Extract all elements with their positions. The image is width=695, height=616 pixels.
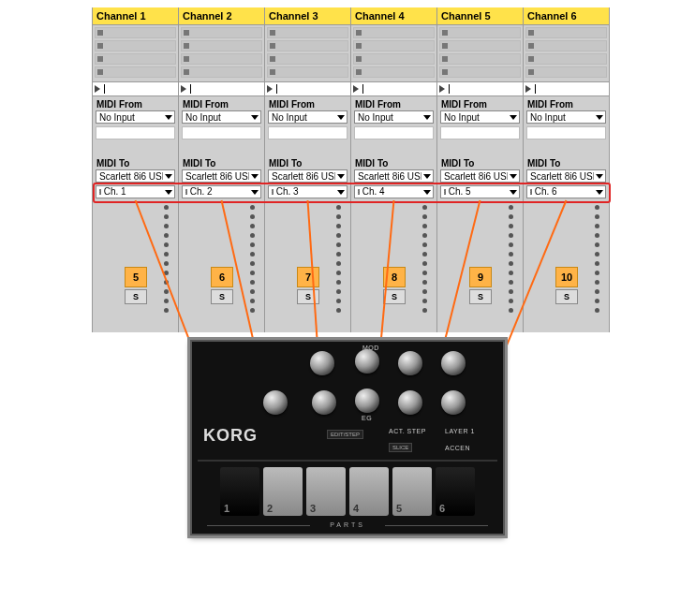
clip-slot[interactable]: [181, 27, 262, 38]
solo-button[interactable]: S: [383, 289, 406, 304]
clip-slot[interactable]: [439, 27, 521, 38]
midi-to-channel-dropdown[interactable]: ፧ Ch. 4: [354, 185, 434, 198]
channel-title[interactable]: Channel 1: [93, 7, 178, 25]
midi-from-sub-dropdown[interactable]: [268, 126, 348, 139]
korg-slice-button[interactable]: SLICE: [389, 443, 412, 452]
midi-from-dropdown[interactable]: No Input: [268, 110, 348, 124]
track-number-button[interactable]: 6: [211, 267, 233, 287]
clip-slot[interactable]: [267, 27, 348, 38]
midi-from-dropdown[interactable]: No Input: [354, 110, 434, 124]
knob[interactable]: [398, 390, 422, 415]
clip-slot[interactable]: [439, 53, 521, 65]
channel-title[interactable]: Channel 4: [351, 7, 436, 25]
clip-slot[interactable]: [353, 27, 435, 38]
stop-icon: [97, 30, 103, 36]
meter-dot: [164, 233, 169, 238]
clip-slot[interactable]: [267, 53, 348, 65]
channel-title[interactable]: Channel 5: [437, 7, 523, 25]
track-status-row[interactable]: [93, 81, 178, 96]
midi-to-channel-dropdown[interactable]: ፧ Ch. 1: [96, 185, 175, 198]
clip-slot[interactable]: [439, 66, 521, 78]
track-number-button[interactable]: 8: [383, 267, 406, 287]
knob[interactable]: [441, 351, 466, 375]
meter-dot: [250, 308, 255, 313]
midi-from-dropdown[interactable]: No Input: [440, 110, 520, 124]
clip-slot[interactable]: [525, 40, 607, 51]
knob[interactable]: [398, 351, 422, 375]
clip-slot[interactable]: [353, 53, 435, 65]
korg-pad[interactable]: 6: [436, 467, 475, 516]
stop-icon: [356, 69, 362, 75]
midi-from-dropdown[interactable]: No Input: [526, 110, 606, 124]
midi-from-dropdown[interactable]: No Input: [182, 110, 261, 124]
clip-slot[interactable]: [181, 40, 262, 51]
clip-slot[interactable]: [267, 66, 348, 78]
korg-pad[interactable]: 1: [220, 467, 259, 516]
knob[interactable]: [312, 390, 336, 415]
midi-from-sub-dropdown[interactable]: [182, 126, 261, 139]
track-status-row[interactable]: [351, 81, 436, 96]
midi-from-sub-dropdown[interactable]: [354, 126, 434, 139]
track-number-button[interactable]: 10: [555, 267, 578, 287]
track-number-button[interactable]: 7: [297, 267, 319, 287]
meter-dot: [422, 299, 427, 303]
clip-slot[interactable]: [181, 53, 262, 65]
knob[interactable]: [310, 351, 334, 375]
midi-to-channel-dropdown[interactable]: ፧ Ch. 3: [268, 185, 348, 198]
clip-slot[interactable]: [353, 40, 435, 51]
clip-slot[interactable]: [525, 66, 607, 78]
midi-to-device-dropdown[interactable]: Scarlett 8i6 USB: [526, 169, 606, 183]
track-status-row[interactable]: [179, 81, 264, 96]
midi-from-dropdown[interactable]: No Input: [96, 110, 175, 124]
clip-slot[interactable]: [181, 66, 262, 78]
midi-from-label: MIDI From: [524, 96, 609, 110]
track-status-row[interactable]: [265, 81, 350, 96]
channel-title[interactable]: Channel 2: [179, 7, 264, 25]
track-number-button[interactable]: 9: [469, 267, 492, 287]
midi-to-device-dropdown[interactable]: Scarlett 8i6 USB: [268, 169, 348, 183]
clip-slot[interactable]: [95, 66, 176, 78]
solo-button[interactable]: S: [211, 289, 233, 304]
knob[interactable]: [441, 390, 466, 415]
clip-slot[interactable]: [95, 27, 176, 38]
channel-lower: 10 S: [524, 201, 609, 332]
channel-title[interactable]: Channel 3: [265, 7, 350, 25]
midi-to-channel-dropdown[interactable]: ፧ Ch. 6: [526, 185, 606, 198]
korg-edit-step-button[interactable]: EDIT/STEP: [327, 430, 363, 439]
midi-to-channel-dropdown[interactable]: ፧ Ch. 5: [440, 185, 520, 198]
track-status-row[interactable]: [437, 81, 523, 96]
track-number-button[interactable]: 5: [125, 267, 147, 287]
knob[interactable]: [263, 390, 288, 415]
solo-button[interactable]: S: [555, 289, 578, 304]
solo-button[interactable]: S: [125, 289, 147, 304]
meter-dot: [336, 271, 341, 275]
midi-from-sub-dropdown[interactable]: [526, 126, 606, 139]
solo-button[interactable]: S: [469, 289, 492, 304]
midi-from-sub-dropdown[interactable]: [440, 126, 520, 139]
korg-pad[interactable]: 2: [263, 467, 303, 516]
clip-slot[interactable]: [525, 27, 607, 38]
clip-slot[interactable]: [95, 40, 176, 51]
dropdown-icon: [337, 115, 345, 120]
clip-slot[interactable]: [439, 40, 521, 51]
midi-to-device-dropdown[interactable]: Scarlett 8i6 USB: [96, 169, 175, 183]
korg-mod-label: MOD: [362, 345, 379, 351]
midi-to-channel-dropdown[interactable]: ፧ Ch. 2: [182, 185, 261, 198]
solo-button[interactable]: S: [297, 289, 319, 304]
channel-title[interactable]: Channel 6: [524, 7, 609, 25]
clip-slot[interactable]: [267, 40, 348, 51]
knob[interactable]: [355, 389, 379, 413]
midi-from-sub-dropdown[interactable]: [96, 126, 175, 139]
midi-to-device-dropdown[interactable]: Scarlett 8i6 USB: [354, 169, 434, 183]
track-status-row[interactable]: [524, 81, 609, 96]
clip-slot[interactable]: [525, 53, 607, 65]
korg-accent-label: ACCEN: [445, 445, 470, 451]
korg-pad[interactable]: 5: [392, 467, 432, 516]
korg-pad[interactable]: 3: [306, 467, 346, 516]
clip-slot[interactable]: [95, 53, 176, 65]
knob[interactable]: [355, 349, 379, 374]
midi-to-device-dropdown[interactable]: Scarlett 8i6 USB: [440, 169, 520, 183]
clip-slot[interactable]: [353, 66, 435, 78]
korg-pad[interactable]: 4: [349, 467, 389, 516]
midi-to-device-dropdown[interactable]: Scarlett 8i6 USB: [182, 169, 261, 183]
